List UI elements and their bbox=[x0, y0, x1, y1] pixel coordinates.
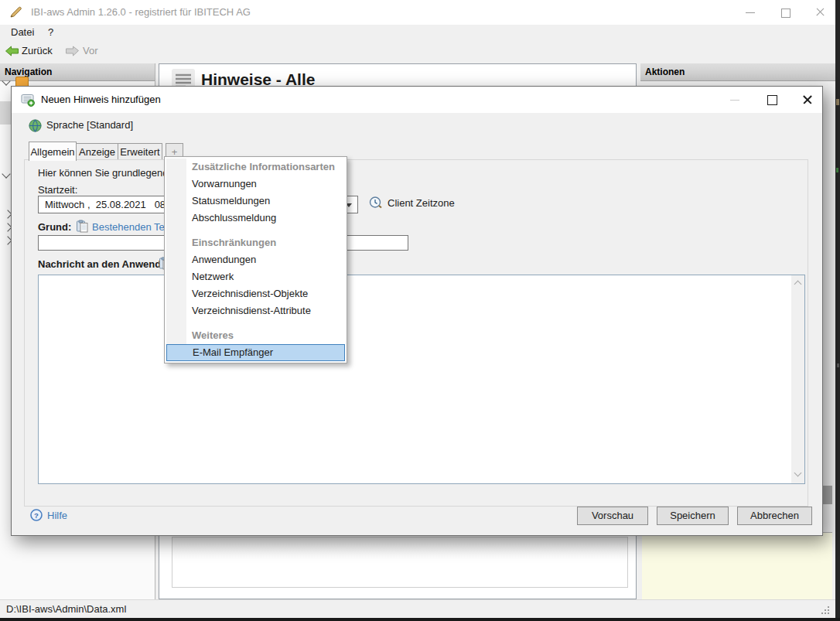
status-file-path: D:\IBI-aws\Admin\Data.xml bbox=[6, 600, 126, 619]
context-menu: Zusätzliche InformationsartenVorwarnunge… bbox=[164, 156, 347, 363]
menu-item-abschlussmeldung[interactable]: Abschlussmeldung bbox=[165, 210, 347, 227]
menu-item-verzeichnisdienst-attribute[interactable]: Verzeichnisdienst-Attribute bbox=[165, 302, 347, 319]
window-title: IBI-aws Admin 1.26.0 - registriert für I… bbox=[31, 0, 251, 25]
dialog-maximize-button[interactable] bbox=[760, 87, 784, 113]
tree-expander-icon[interactable] bbox=[2, 169, 10, 178]
tree-selected-row[interactable] bbox=[0, 101, 11, 125]
menu-bar: Datei ? bbox=[0, 25, 835, 40]
message-textarea[interactable] bbox=[38, 275, 805, 484]
menu-item-e-mail-empfänger[interactable]: E-Mail Empfänger bbox=[166, 344, 345, 361]
content-empty-box bbox=[172, 537, 628, 588]
language-label: Sprache [Standard] bbox=[46, 118, 133, 133]
title-bar: IBI-aws Admin 1.26.0 - registriert für I… bbox=[0, 0, 835, 25]
tab-anzeige[interactable]: Anzeige bbox=[76, 143, 118, 160]
add-note-icon bbox=[21, 93, 35, 107]
globe-icon bbox=[29, 119, 42, 132]
minimize-icon bbox=[746, 12, 755, 13]
dialog-title: Neuen Hinweis hinzufügen bbox=[41, 87, 161, 113]
help-icon: ? bbox=[30, 509, 43, 521]
menu-datei[interactable]: Datei bbox=[11, 25, 34, 40]
help-link[interactable]: Hilfe bbox=[47, 510, 67, 521]
menu-item-anwendungen[interactable]: Anwendungen bbox=[165, 251, 347, 268]
save-button[interactable]: Speichern bbox=[657, 507, 729, 525]
tab-erweitert[interactable]: Erweitert bbox=[118, 143, 162, 160]
dialog-close-button[interactable] bbox=[796, 87, 819, 113]
maximize-button[interactable] bbox=[768, 0, 802, 25]
cancel-button[interactable]: Abbrechen bbox=[737, 507, 812, 525]
desktop-edge-bottom bbox=[0, 618, 840, 621]
dialog-title-bar: Neuen Hinweis hinzufügen bbox=[12, 87, 822, 113]
client-timezone-icon bbox=[369, 196, 383, 210]
menu-separator bbox=[165, 227, 347, 234]
message-label: Nachricht an den Anwender: bbox=[38, 258, 174, 270]
status-bar: D:\IBI-aws\Admin\Data.xml bbox=[0, 599, 835, 618]
back-arrow-icon bbox=[5, 46, 19, 56]
tab-allgemein[interactable]: Allgemein bbox=[29, 142, 77, 161]
maximize-icon bbox=[767, 95, 777, 105]
forward-button[interactable]: Vor bbox=[83, 40, 98, 62]
add-hinweis-dialog: Neuen Hinweis hinzufügen Sprache [Standa… bbox=[11, 86, 823, 536]
menu-item-verzeichnisdienst-objekte[interactable]: Verzeichnisdienst-Objekte bbox=[165, 285, 347, 302]
scroll-up-icon[interactable] bbox=[794, 281, 802, 288]
minimize-icon bbox=[730, 100, 739, 101]
back-button[interactable]: Zurück bbox=[22, 40, 53, 62]
reason-label: Grund: bbox=[38, 221, 71, 233]
paste-text-icon bbox=[76, 220, 88, 233]
actions-panel-header: Aktionen bbox=[640, 63, 835, 81]
actions-note-area bbox=[642, 532, 832, 600]
minimize-button[interactable] bbox=[733, 0, 767, 25]
menu-section-header: Zusätzliche Informationsarten bbox=[165, 159, 347, 176]
preview-button[interactable]: Vorschau bbox=[577, 507, 648, 525]
menu-item-vorwarnungen[interactable]: Vorwarnungen bbox=[165, 176, 347, 193]
desktop-edge-right bbox=[835, 0, 840, 621]
menu-section-header: Weiteres bbox=[165, 327, 347, 344]
app-icon bbox=[9, 5, 23, 19]
maximize-icon bbox=[781, 9, 790, 18]
menu-section-header: Einschränkungen bbox=[165, 234, 347, 251]
svg-text:?: ? bbox=[34, 511, 39, 520]
menu-separator bbox=[165, 319, 347, 327]
menu-help[interactable]: ? bbox=[48, 25, 53, 40]
menu-item-netzwerk[interactable]: Netzwerk bbox=[165, 268, 347, 285]
menu-item-statusmeldungen[interactable]: Statusmeldungen bbox=[165, 193, 347, 210]
scroll-down-icon[interactable] bbox=[794, 469, 802, 477]
start-time-value: Mittwoch , 25.08.2021 08:07 bbox=[45, 196, 179, 213]
start-time-label: Startzeit: bbox=[38, 184, 77, 196]
resize-grip[interactable] bbox=[821, 606, 823, 608]
dialog-minimize-button bbox=[723, 87, 746, 113]
vertical-scrollbar[interactable] bbox=[791, 275, 804, 483]
toolbar: Zurück Vor bbox=[0, 40, 835, 62]
client-timezone-label: Client Zeitzone bbox=[388, 197, 455, 209]
forward-arrow-icon bbox=[65, 46, 80, 56]
close-button[interactable] bbox=[803, 0, 837, 25]
screen: IBI-aws Admin 1.26.0 - registriert für I… bbox=[0, 0, 840, 621]
